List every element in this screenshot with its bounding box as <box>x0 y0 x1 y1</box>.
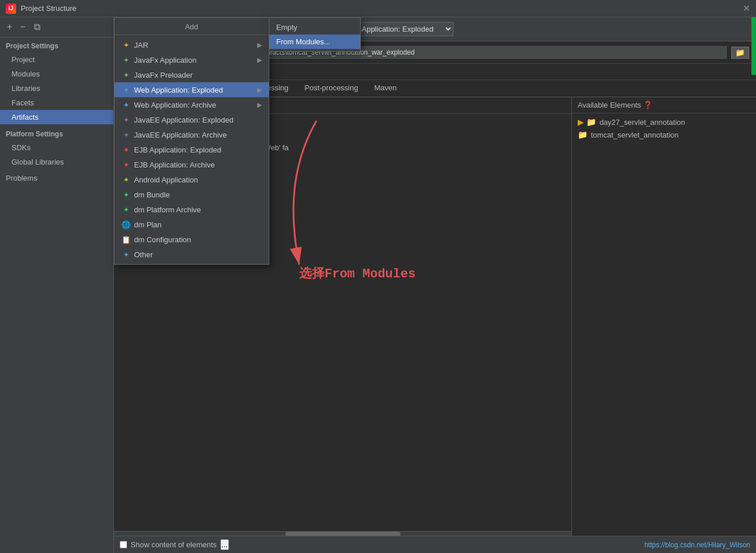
project-settings-header: Project Settings <box>0 37 113 52</box>
scrollbar-track[interactable] <box>114 531 571 536</box>
include-label: Include in project build <box>132 67 206 76</box>
title-bar-left: IJ Project Structure <box>6 3 77 14</box>
sidebar-item-artifacts[interactable]: Artifacts <box>0 110 113 124</box>
show-content-checkbox[interactable] <box>120 541 127 548</box>
sidebar-item-sdks[interactable]: SDKs <box>0 140 113 155</box>
output-dir-label: Output directory: <box>121 48 176 57</box>
tab-maven[interactable]: Maven <box>366 80 404 97</box>
tab-pre-processing[interactable]: Pre-processing <box>230 80 296 97</box>
bottom-link[interactable]: https://blog.csdn.net/Hilary_Wilson <box>644 541 750 549</box>
show-content-label: Show content of elements <box>131 540 217 549</box>
main-layout: + − ⧉ Project Settings Project Modules L… <box>0 17 756 553</box>
elements-item-tomcat[interactable]: 📁 tomcat_servlet_annotation <box>572 128 756 141</box>
output-root-icon: 📦 <box>119 118 128 127</box>
artifact-body: 📁 + − ⇅ ↑ ↓ 📦 <output root> 📁 WEB-I <box>114 97 756 536</box>
output-dir-row: Output directory: 📁 <box>114 41 756 64</box>
elements-item-day27[interactable]: ▶ 📁 day27_servlet_annotation <box>572 116 756 128</box>
artifact-type-select[interactable]: Web Application: Exploded <box>338 22 453 36</box>
tree-item-web-inf[interactable]: 📁 WEB-INF <box>114 129 571 142</box>
platform-settings-header: Platform Settings <box>0 124 113 140</box>
artifact-name-input[interactable] <box>150 22 299 36</box>
title-bar: IJ Project Structure ✕ <box>0 0 756 17</box>
elements-pane: Available Elements ❓ ▶ 📁 day27_servlet_a… <box>572 97 756 536</box>
tree-pane: 📁 + − ⇅ ↑ ↓ 📦 <output root> 📁 WEB-I <box>114 97 572 536</box>
sidebar-toolbar: + − ⧉ <box>0 17 113 37</box>
elements-list: ▶ 📁 day27_servlet_annotation 📁 tomcat_se… <box>572 113 756 536</box>
sidebar-item-modules[interactable]: Modules <box>0 67 113 81</box>
remove-artifact-button[interactable]: − <box>18 21 28 33</box>
tree-up-button[interactable]: ↑ <box>181 100 193 111</box>
tab-validation[interactable]: Validation <box>182 80 230 97</box>
include-checkbox[interactable] <box>121 68 128 75</box>
scrollbar-thumb[interactable] <box>285 532 400 536</box>
name-label: Name: <box>121 25 143 33</box>
tree-item-module-web[interactable]: ⚙ 'tomcat_servlet_annotation' module: 'W… <box>114 142 571 154</box>
bottom-bar: Show content of elements ... https://blo… <box>114 536 756 553</box>
tabs-bar: Output Layout Validation Pre-processing … <box>114 80 756 97</box>
type-label: Type: <box>313 25 331 33</box>
sidebar-item-libraries[interactable]: Libraries <box>0 81 113 96</box>
tree-add-button[interactable]: + <box>136 100 148 111</box>
sidebar-item-facets[interactable]: Facets <box>0 96 113 110</box>
module-icon: ⚙ <box>130 144 136 152</box>
tree-folder-button[interactable]: 📁 <box>117 100 134 111</box>
elements-header: Available Elements ❓ <box>572 97 756 113</box>
sidebar-item-problems[interactable]: Problems <box>0 169 113 185</box>
sidebar-item-project[interactable]: Project <box>0 52 113 67</box>
green-accent-bar <box>751 17 756 75</box>
content-area: Name: Type: Web Application: Exploded Ou… <box>114 17 756 553</box>
tab-post-processing[interactable]: Post-processing <box>296 80 366 97</box>
window-title: Project Structure <box>21 4 77 13</box>
output-dir-input[interactable] <box>181 46 727 59</box>
web-inf-icon: 📁 <box>130 131 140 140</box>
close-button[interactable]: ✕ <box>743 3 750 14</box>
output-dir-browse-button[interactable]: 📁 <box>731 47 749 59</box>
tree-item-output-root[interactable]: 📦 <output root> <box>114 116 571 129</box>
add-artifact-button[interactable]: + <box>5 21 14 33</box>
tree-toolbar: 📁 + − ⇅ ↑ ↓ <box>114 97 571 114</box>
tree-down-button[interactable]: ↓ <box>195 100 207 111</box>
show-content-btn[interactable]: ... <box>220 539 229 550</box>
tree-items: 📦 <output root> 📁 WEB-INF ⚙ 'tomcat_serv… <box>114 114 571 531</box>
copy-artifact-button[interactable]: ⧉ <box>32 21 43 33</box>
sidebar-item-global-libraries[interactable]: Global Libraries <box>0 155 113 169</box>
day27-folder-icon: ▶ 📁 <box>578 117 596 127</box>
tree-remove-button[interactable]: − <box>151 100 163 111</box>
artifact-header: Name: Type: Web Application: Exploded <box>114 17 756 41</box>
include-row: Include in project build <box>114 64 756 80</box>
show-content-row: Show content of elements ... <box>120 539 229 550</box>
tree-sort-button[interactable]: ⇅ <box>165 100 179 111</box>
app-logo: IJ <box>6 3 16 14</box>
sidebar: + − ⧉ Project Settings Project Modules L… <box>0 17 114 553</box>
tomcat-folder-icon: 📁 <box>578 130 587 139</box>
tab-output-layout[interactable]: Output Layout <box>119 80 182 97</box>
